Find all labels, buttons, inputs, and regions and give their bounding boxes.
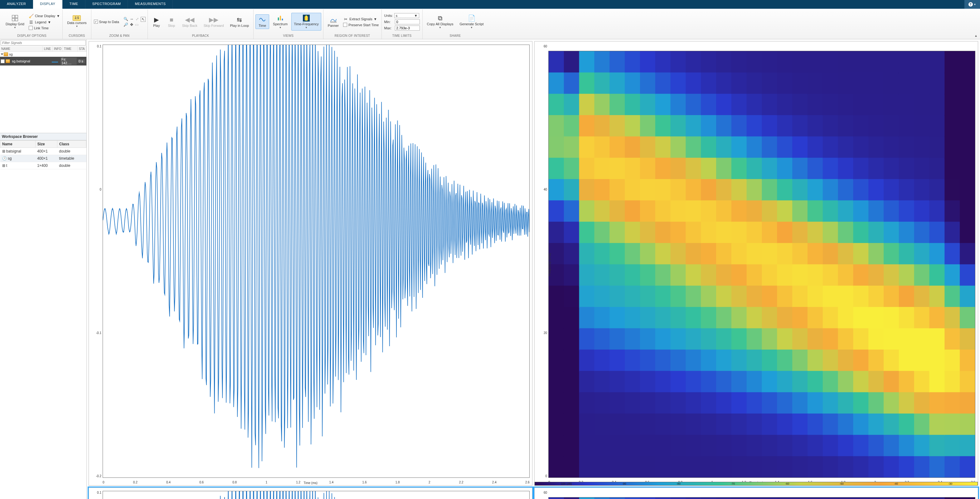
svg-rect-247: [716, 393, 732, 415]
svg-rect-97: [609, 179, 626, 201]
clear-display-button[interactable]: 🧹Clear Display▼: [28, 13, 60, 19]
spectrogram-plot[interactable]: 6040200 -100 (dB)-90-80-70-60-50-40-30Fr…: [534, 41, 978, 486]
workspace-row[interactable]: ⊞ t1×400double: [0, 162, 86, 169]
zoom-reset-icon[interactable]: 🔎: [124, 22, 128, 27]
variable-icon: [4, 52, 8, 56]
svg-rect-283: [747, 307, 763, 329]
skip-back-button[interactable]: ◀◀Skip Back: [180, 14, 200, 29]
svg-rect-178: [671, 200, 687, 222]
zoom-x-icon[interactable]: ↔: [130, 17, 134, 22]
svg-rect-119: [625, 222, 641, 244]
svg-rect-341: [792, 264, 808, 287]
svg-rect-278: [747, 200, 763, 222]
svg-rect-451: [884, 51, 900, 73]
min-input[interactable]: [395, 19, 420, 24]
svg-rect-286: [747, 371, 763, 393]
svg-rect-15: [549, 136, 565, 159]
extract-icon: ✂: [343, 16, 348, 22]
workspace-row[interactable]: ⊞ batsignal400×1double: [0, 148, 86, 155]
spectrum-view-button[interactable]: Spectrum▼: [270, 13, 290, 30]
svg-rect-434: [868, 115, 885, 137]
svg-rect-479: [899, 222, 915, 244]
svg-rect-391: [838, 51, 854, 73]
svg-rect-282: [747, 286, 763, 308]
signal-tree-root[interactable]: sg: [0, 52, 86, 57]
svg-rect-402: [838, 286, 854, 308]
pan-icon[interactable]: ✥: [130, 22, 133, 27]
preserve-start-checkbox[interactable]: Preserve Start Time: [342, 22, 379, 27]
svg-rect-93: [609, 94, 626, 116]
zoom-out-icon[interactable]: ⤢: [136, 17, 139, 22]
col-class[interactable]: Class: [57, 141, 86, 148]
fit-icon[interactable]: ▭: [135, 22, 138, 27]
extract-signals-button[interactable]: ✂Extract Signals▼: [342, 16, 379, 22]
svg-rect-1091: [945, 497, 961, 499]
svg-rect-289: [747, 435, 763, 457]
data-cursors-button[interactable]: 2.5 Data cursors ▼: [65, 14, 89, 29]
svg-rect-194: [686, 115, 702, 137]
time-view-button[interactable]: Time: [255, 14, 269, 29]
svg-rect-113: [625, 94, 641, 116]
svg-rect-445: [868, 350, 885, 372]
generate-script-button[interactable]: 📄Generate Script▼: [457, 13, 486, 30]
tab-spectrogram[interactable]: SPECTROGRAM: [86, 0, 128, 9]
play-button[interactable]: ▶Play: [150, 14, 164, 29]
minimize-ribbon-button[interactable]: ▴: [973, 10, 979, 39]
time-frequency-view-button[interactable]: Time-Frequency▼: [291, 13, 321, 30]
svg-rect-470: [884, 456, 900, 477]
tab-display[interactable]: DISPLAY: [33, 0, 62, 9]
tab-analyzer[interactable]: ANALYZER: [0, 0, 33, 9]
svg-rect-355: [808, 136, 824, 159]
link-time-checkbox[interactable]: Link Time: [28, 25, 60, 30]
expand-icon[interactable]: [1, 54, 3, 55]
display-grid-button[interactable]: Display Grid ▼: [3, 13, 27, 30]
filter-signals-input[interactable]: [1, 40, 86, 46]
svg-rect-465: [884, 350, 900, 372]
svg-rect-350: [792, 456, 808, 477]
svg-rect-27: [549, 393, 565, 415]
col-size[interactable]: Size: [35, 141, 57, 148]
panner-button[interactable]: Panner: [325, 14, 341, 29]
tab-measurements[interactable]: MEASUREMENTS: [128, 0, 173, 9]
checkbox-checked-icon[interactable]: ✓: [1, 59, 5, 63]
zoom-in-icon[interactable]: 🔍: [124, 17, 128, 22]
svg-rect-591: [564, 497, 580, 499]
svg-rect-63: [579, 307, 595, 329]
spectrogram-plot[interactable]: 6040200 -100 (dB)-90-80-70-60-50-40-30Fr…: [534, 488, 978, 499]
svg-rect-207: [686, 393, 702, 415]
svg-rect-326: [777, 371, 793, 393]
snap-to-data-checkbox[interactable]: ✓Snap to Data: [93, 19, 120, 24]
pointer-icon[interactable]: ↖: [141, 17, 146, 22]
svg-rect-557: [960, 179, 975, 201]
copy-displays-button[interactable]: ⧉Copy All Displays▼: [425, 13, 456, 30]
svg-rect-435: [868, 136, 885, 159]
svg-rect-169: [655, 435, 671, 457]
svg-rect-509: [914, 435, 931, 457]
svg-rect-9: [305, 16, 307, 21]
legend-button[interactable]: ☰Legend▼: [28, 19, 60, 25]
stop-button[interactable]: ■Stop: [165, 14, 178, 29]
svg-rect-533: [945, 94, 961, 116]
workspace-row[interactable]: 🕑 sg400×1timetable: [0, 155, 86, 162]
col-name[interactable]: Name: [0, 141, 35, 148]
svg-rect-538: [945, 200, 961, 222]
units-select[interactable]: s▼: [394, 13, 419, 18]
loop-button[interactable]: ⇆Play in Loop: [228, 14, 252, 29]
time-plot[interactable]: 0.10-0.1-0.2 00.20.40.60.811.21.41.61.82…: [89, 488, 533, 499]
svg-rect-223: [701, 307, 717, 329]
help-menu[interactable]: ?▼: [964, 0, 980, 9]
svg-rect-241: [716, 264, 732, 287]
signal-tree-item[interactable]: ✓ sg.batsignal Fs: 142.… 0 s: [0, 57, 86, 65]
svg-rect-342: [792, 286, 808, 308]
skip-fwd-button[interactable]: ▶▶Skip Forward: [201, 14, 226, 29]
svg-rect-102: [609, 286, 626, 308]
max-input[interactable]: [395, 25, 420, 30]
svg-rect-351: [808, 51, 824, 73]
time-plot[interactable]: 0.10-0.1-0.2 00.20.40.60.811.21.41.61.82…: [89, 41, 533, 486]
svg-rect-543: [945, 307, 961, 329]
svg-rect-308: [762, 413, 778, 436]
tab-time[interactable]: TIME: [62, 0, 85, 9]
svg-rect-52: [579, 72, 595, 94]
svg-rect-175: [671, 136, 687, 159]
svg-rect-68: [579, 413, 595, 436]
